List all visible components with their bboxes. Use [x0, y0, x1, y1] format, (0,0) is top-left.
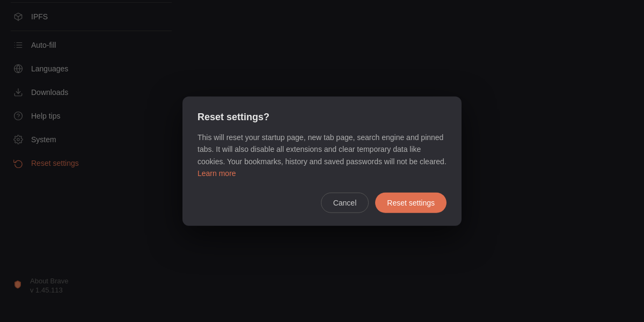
learn-more-link[interactable]: Learn more — [197, 169, 236, 178]
dialog-body: This will reset your startup page, new t… — [197, 131, 447, 180]
reset-settings-dialog: Reset settings? This will reset your sta… — [182, 97, 462, 226]
dialog-buttons: Cancel Reset settings — [197, 192, 447, 213]
reset-settings-button[interactable]: Reset settings — [375, 192, 447, 213]
cancel-button[interactable]: Cancel — [321, 192, 369, 213]
dialog-title: Reset settings? — [197, 112, 447, 123]
